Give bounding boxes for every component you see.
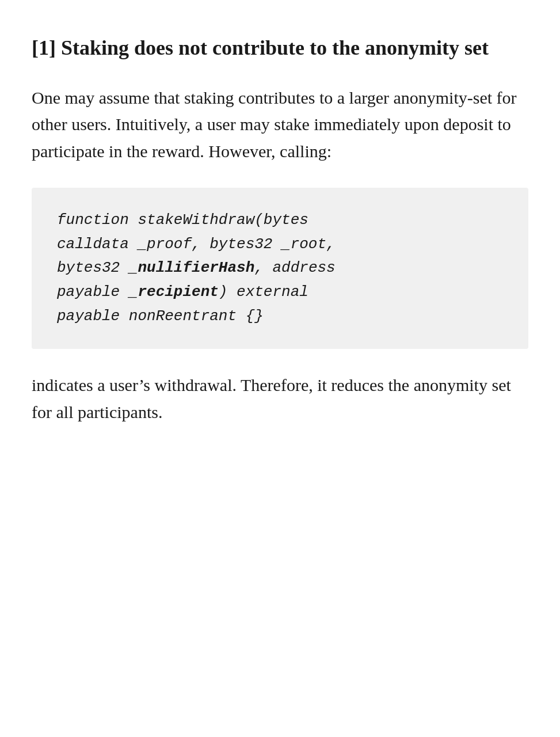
- code-line-2: calldata _proof, bytes32 _root,: [57, 233, 503, 257]
- after-paragraph: indicates a user’s withdrawal. Therefore…: [32, 372, 528, 426]
- code-line-5: payable nonReentrant {}: [57, 305, 503, 329]
- code-block: function stakeWithdraw(bytes calldata _p…: [32, 188, 528, 349]
- code-line-1: function stakeWithdraw(bytes: [57, 208, 503, 233]
- code-line-3: bytes32 _nullifierHash, address: [57, 256, 503, 280]
- intro-paragraph: One may assume that staking contributes …: [32, 85, 528, 165]
- article-heading: [1] Staking does not contribute to the a…: [32, 35, 528, 62]
- code-line-4: payable _recipient) external: [57, 280, 503, 305]
